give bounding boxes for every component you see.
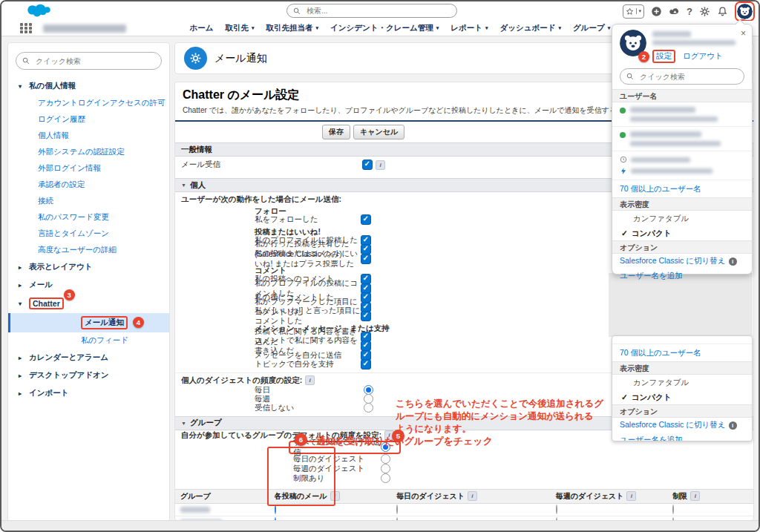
- user-text-lines: [620, 156, 744, 175]
- notify-option-checkbox[interactable]: [361, 359, 371, 370]
- sidebar-item-承認者の設定[interactable]: 承認者の設定: [8, 177, 169, 193]
- sidebar-item-メール通知[interactable]: メール通知4: [8, 313, 169, 332]
- notify-option-checkbox[interactable]: [361, 214, 371, 225]
- help-question-icon[interactable]: ?: [687, 6, 692, 17]
- sidebar-item-外部ログイン情報[interactable]: 外部ログイン情報: [8, 160, 169, 177]
- sidebar-item-高度なユーザーの詳細[interactable]: 高度なユーザーの詳細: [8, 242, 169, 258]
- panel-quick-find[interactable]: [620, 68, 744, 85]
- nav-tab-取引先担当者[interactable]: 取引先担当者▾: [266, 23, 319, 33]
- add-plus-icon[interactable]: [651, 6, 662, 17]
- user-list-item[interactable]: [612, 127, 752, 151]
- notifications-bell-icon[interactable]: [717, 6, 728, 17]
- sidebar-item-個人情報[interactable]: 個人情報: [8, 128, 169, 144]
- sidebar-item-接続[interactable]: 接続: [8, 193, 169, 209]
- table-header-毎週のダイジェスト: 毎週のダイジェストi: [551, 489, 668, 503]
- density-option-コンパクト[interactable]: ✓コンパクト: [612, 390, 752, 404]
- frequency-radio[interactable]: [396, 505, 398, 514]
- chevron-down-icon: ▾: [485, 25, 488, 31]
- switch-to-classic-link[interactable]: Salesforce Classic に切り替えi: [612, 254, 752, 269]
- group-frequency-table: グループ各投稿のメールi毎日のダイジェストi毎週のダイジェストi制限i: [175, 489, 753, 522]
- digest-option-radio[interactable]: [364, 403, 373, 413]
- add-username-link[interactable]: ユーザー名を追加: [612, 269, 752, 283]
- sidebar-item-私のパスワード変更[interactable]: 私のパスワード変更: [8, 209, 169, 226]
- sidebar-item-言語とタイムゾーン[interactable]: 言語とタイムゾーン: [8, 226, 169, 242]
- annotation-badge-6: 6: [295, 433, 307, 446]
- sidebar-quick-find[interactable]: [16, 52, 162, 70]
- more-users-link[interactable]: 70 個以上のユーザー名: [612, 180, 752, 197]
- nav-tab-取引先[interactable]: 取引先▾: [226, 23, 255, 33]
- nav-tab-ホーム[interactable]: ホーム: [190, 23, 214, 33]
- density-option-カンファタブル[interactable]: カンファタブル: [612, 375, 752, 390]
- switch-to-classic-link[interactable]: Salesforce Classic に切り替えi: [612, 418, 752, 433]
- info-icon[interactable]: i: [729, 257, 737, 266]
- nav-tab-label: ホーム: [190, 23, 214, 33]
- favorites-dropdown[interactable]: ▾: [636, 8, 644, 14]
- chevron-right-icon: ▸: [19, 355, 24, 361]
- panel-quick-find-input[interactable]: [638, 72, 738, 82]
- user-list-item[interactable]: [612, 102, 752, 127]
- sidebar-section-label: Chatter: [33, 299, 60, 308]
- sidebar-item-外部システムの認証設定[interactable]: 外部システムの認証設定: [8, 144, 169, 160]
- trailhead-cloud-icon[interactable]: [669, 6, 680, 17]
- cancel-button[interactable]: キャンセル: [353, 125, 404, 139]
- notify-option-checkbox[interactable]: [361, 254, 371, 264]
- nav-tab-インシデント・クレーム管理[interactable]: インシデント・クレーム管理▾: [330, 23, 439, 33]
- sidebar-section-デスクトップアドオン[interactable]: ▸デスクトップアドオン: [8, 367, 169, 384]
- nav-tab-label: 取引先担当者: [266, 23, 313, 33]
- density-option-カンファタブル[interactable]: カンファタブル: [612, 211, 752, 226]
- info-icon[interactable]: i: [729, 421, 737, 430]
- frequency-radio[interactable]: [672, 505, 674, 514]
- group-default-option-radio[interactable]: [381, 464, 390, 473]
- info-icon[interactable]: i: [330, 491, 340, 501]
- info-icon[interactable]: i: [376, 160, 385, 170]
- notify-option-checkbox[interactable]: [361, 311, 371, 321]
- sidebar-section-私の個人情報[interactable]: ▾私の個人情報: [8, 77, 169, 95]
- nav-tab-レポート[interactable]: レポート▾: [451, 23, 488, 33]
- sidebar-item-アカウントログインアクセスの許可[interactable]: アカウントログインアクセスの許可: [8, 95, 169, 111]
- global-search[interactable]: [286, 4, 457, 18]
- sidebar-quick-find-input[interactable]: [34, 56, 155, 66]
- sidebar-item-私のフィード[interactable]: 私のフィード: [8, 332, 169, 349]
- group-default-option-radio[interactable]: [381, 473, 390, 483]
- density-option-label: コンパクト: [632, 393, 672, 401]
- logout-link[interactable]: ログアウト: [683, 51, 723, 62]
- table-header-label: 各投稿のメール: [275, 492, 327, 500]
- sidebar-item-ログイン履歴[interactable]: ログイン履歴: [8, 111, 169, 128]
- info-icon[interactable]: i: [690, 491, 700, 501]
- group-default-option-radio[interactable]: [381, 454, 390, 464]
- user-list-item[interactable]: [612, 151, 752, 180]
- sidebar-section-メール[interactable]: ▸メール: [8, 276, 169, 294]
- nav-tab-グループ[interactable]: グループ▾: [573, 23, 610, 33]
- favorites-star-icon: [626, 7, 634, 16]
- save-button[interactable]: 保存: [322, 125, 350, 139]
- sidebar-section-label: 私の個人情報: [29, 81, 76, 91]
- frequency-radio[interactable]: [556, 505, 557, 514]
- info-icon[interactable]: i: [468, 491, 477, 501]
- collapse-triangle-icon: ▼: [181, 183, 186, 188]
- user-avatar-icon: [737, 4, 753, 19]
- notify-option-label: 私をフォローした: [255, 214, 361, 225]
- add-username-link[interactable]: ユーザー名を追加: [612, 433, 752, 441]
- setup-gear-icon[interactable]: [699, 6, 710, 17]
- sidebar-section-カレンダーとアラーム[interactable]: ▸カレンダーとアラーム: [8, 349, 169, 367]
- frequency-cell: [391, 503, 550, 516]
- sidebar-section-Chatter[interactable]: ▾Chatter3: [8, 294, 169, 313]
- global-search-input[interactable]: [305, 6, 451, 16]
- more-users-link[interactable]: 70 個以上のユーザー名: [612, 344, 752, 361]
- density-option-コンパクト[interactable]: ✓コンパクト: [612, 226, 752, 240]
- frequency-radio[interactable]: [275, 505, 276, 514]
- sidebar-section-表示とレイアウト[interactable]: ▸表示とレイアウト: [8, 258, 169, 276]
- info-icon[interactable]: i: [305, 375, 315, 385]
- app-launcher-icon[interactable]: [20, 23, 33, 33]
- favorites-control[interactable]: ▾: [623, 4, 645, 19]
- nav-tab-ダッシュボード[interactable]: ダッシュボード▾: [500, 23, 562, 33]
- info-icon[interactable]: i: [626, 491, 636, 501]
- close-icon[interactable]: ×: [741, 28, 746, 39]
- user-avatar-button[interactable]: 1: [735, 1, 755, 22]
- settings-link[interactable]: 設定: [656, 51, 672, 60]
- user-profile-panel-fragment: 70 個以上のユーザー名 表示密度 カンファタブル✓コンパクト オプション Sa…: [612, 335, 753, 441]
- clock-icon: [620, 156, 627, 163]
- header-utility-icons: ▾ ? 1: [623, 4, 755, 19]
- sidebar-section-インポート[interactable]: ▸インポート: [8, 384, 169, 402]
- email-receive-checkbox[interactable]: [362, 160, 373, 170]
